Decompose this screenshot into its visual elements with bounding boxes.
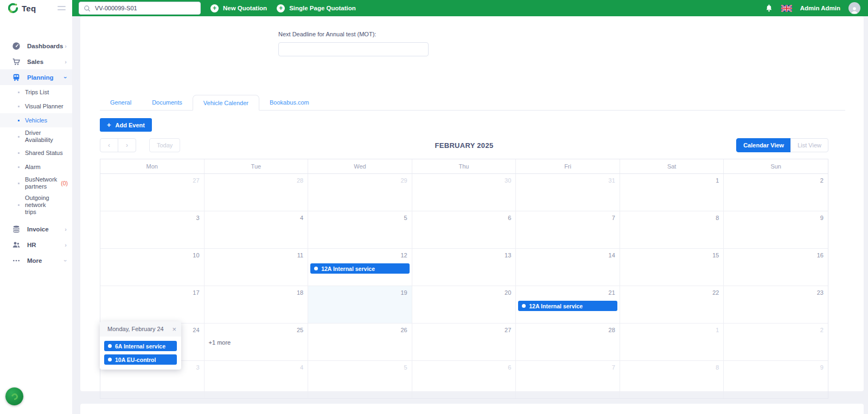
calendar-day-cell[interactable]: 10 [100, 249, 205, 286]
date-number: 14 [516, 249, 620, 262]
search-input[interactable] [95, 5, 182, 11]
avatar[interactable] [848, 2, 860, 14]
calendar-day-cell[interactable]: 20 [412, 286, 516, 323]
mot-deadline-input[interactable] [278, 42, 429, 56]
chevron-down-icon: › [62, 76, 69, 79]
tab-bookabus[interactable]: Bookabus.com [259, 95, 320, 110]
calendar-day-cell[interactable]: 3 [100, 211, 205, 248]
calendar-day-cell[interactable]: 30 [412, 174, 516, 211]
sidebar-item-dashboards[interactable]: Dashboards › [0, 38, 72, 54]
new-quotation-button[interactable]: + New Quotation [210, 4, 267, 12]
calendar-day-cell[interactable]: 19 [308, 286, 412, 323]
date-number: 9 [724, 211, 828, 224]
sidebar-item-trips-list[interactable]: Trips List [0, 85, 72, 99]
bullet-icon [18, 152, 20, 154]
sidebar-item-hr[interactable]: HR › [0, 237, 72, 253]
date-number: 18 [205, 286, 308, 299]
date-number: 28 [516, 324, 620, 337]
more-events-link[interactable]: +1 more [209, 339, 308, 346]
calendar-day-cell[interactable]: 9 [724, 211, 828, 248]
calendar-day-cell[interactable]: 2 [724, 324, 828, 360]
calendar-day-cell[interactable]: 5 [308, 211, 412, 248]
list-view-button[interactable]: List View [790, 138, 828, 152]
calendar-day-cell[interactable]: 4 [205, 211, 309, 248]
calendar-event[interactable]: 12A Internal service [310, 263, 410, 274]
plus-icon: + [277, 4, 285, 12]
calendar-day-cell[interactable]: 6 [412, 361, 516, 398]
tab-general[interactable]: General [100, 95, 142, 110]
sidebar-item-more[interactable]: More › [0, 253, 72, 268]
add-event-button[interactable]: + Add Event [100, 118, 152, 132]
calendar-day-cell[interactable]: 8 [620, 211, 724, 248]
date-number: 7 [516, 211, 620, 224]
calendar-day-cell[interactable]: 28 [516, 324, 620, 360]
notification-bell-icon[interactable] [765, 4, 773, 12]
calendar-day-cell[interactable]: 29 [308, 174, 412, 211]
calendar-day-cell[interactable]: 1212A Internal service [308, 249, 412, 286]
calendar-day-cell[interactable]: 8 [620, 361, 724, 398]
calendar-day-cell[interactable]: 1 [620, 324, 724, 360]
bullet-icon [18, 120, 20, 121]
count-badge: (0) [61, 180, 68, 186]
calendar-day-cell[interactable]: 9 [724, 361, 828, 398]
date-number: 2 [724, 174, 828, 187]
floating-action-button[interactable] [5, 387, 23, 405]
day-header: Fri [516, 159, 620, 173]
date-number: 8 [620, 361, 724, 374]
calendar-day-cell[interactable]: 26 [308, 324, 412, 360]
date-number: 4 [205, 361, 308, 374]
sidebar-item-shared-status[interactable]: Shared Status [0, 146, 72, 160]
calendar-day-cell[interactable]: 23 [724, 286, 828, 323]
calendar-day-cell[interactable]: 2112A Internal service [516, 286, 620, 323]
single-page-quotation-button[interactable]: + Single Page Quotation [277, 4, 356, 12]
hamburger-menu-icon[interactable] [58, 6, 66, 10]
language-flag-icon[interactable] [781, 5, 792, 12]
tab-documents[interactable]: Documents [142, 95, 193, 110]
close-icon[interactable]: × [172, 325, 176, 333]
date-number: 11 [205, 249, 308, 262]
date-number: 2 [724, 324, 828, 337]
calendar-day-cell[interactable]: 27 [412, 324, 516, 360]
event-label: 12A Internal service [529, 303, 583, 309]
calendar-day-cell[interactable]: 7 [516, 211, 620, 248]
calendar-day-cell[interactable]: 22 [620, 286, 724, 323]
sidebar-item-sales[interactable]: Sales › [0, 54, 72, 69]
sidebar-item-driver-availability[interactable]: Driver Availability [0, 127, 72, 146]
calendar-day-cell[interactable]: 11 [205, 249, 309, 286]
calendar-day-cell[interactable]: 28 [205, 174, 309, 211]
search-icon [84, 5, 91, 12]
next-section-card [80, 404, 864, 414]
sidebar-item-alarm[interactable]: Alarm [0, 160, 72, 174]
calendar-day-cell[interactable]: 25+1 more [205, 324, 309, 360]
calendar-view-button[interactable]: Calendar View [736, 138, 791, 152]
calendar-day-cell[interactable]: 31 [516, 174, 620, 211]
calendar-day-cell[interactable]: 13 [412, 249, 516, 286]
sidebar-item-busnetwork-partners[interactable]: BusNetwork partners (0) [0, 174, 72, 192]
calendar-day-cell[interactable]: 14 [516, 249, 620, 286]
calendar-event[interactable]: 12A Internal service [518, 301, 617, 311]
calendar-event[interactable]: 10A EU-control [104, 354, 177, 365]
calendar-day-cell[interactable]: 4 [205, 361, 309, 398]
calendar-day-cell[interactable]: 27 [100, 174, 205, 211]
calendar-day-cell[interactable]: 7 [516, 361, 620, 398]
sidebar-item-vehicles[interactable]: Vehicles [0, 113, 72, 127]
sidebar-item-invoice[interactable]: Invoice › [0, 221, 72, 237]
calendar-day-cell[interactable]: 6 [412, 211, 516, 248]
date-number: 1 [620, 174, 724, 187]
calendar-day-cell[interactable]: 16 [724, 249, 828, 286]
calendar-day-cell[interactable]: 5 [308, 361, 412, 398]
calendar-day-cell[interactable]: 18 [205, 286, 309, 323]
brand-name: Teq [22, 4, 36, 13]
sidebar-item-outgoing-network-trips[interactable]: Outgoing network trips [0, 192, 72, 218]
calendar-day-cell[interactable]: 1 [620, 174, 724, 211]
bullet-icon [18, 183, 20, 184]
sidebar-item-planning[interactable]: Planning › [0, 69, 72, 85]
calendar-day-cell[interactable]: 15 [620, 249, 724, 286]
sidebar-item-visual-planner[interactable]: Visual Planner [0, 99, 72, 113]
date-number: 8 [620, 211, 724, 224]
calendar-event[interactable]: 6A Internal service [104, 341, 177, 351]
calendar-day-cell[interactable]: 17 [100, 286, 205, 323]
tab-vehicle-calendar[interactable]: Vehicle Calender [193, 95, 259, 111]
plus-icon: + [107, 121, 111, 129]
calendar-day-cell[interactable]: 2 [724, 174, 828, 211]
